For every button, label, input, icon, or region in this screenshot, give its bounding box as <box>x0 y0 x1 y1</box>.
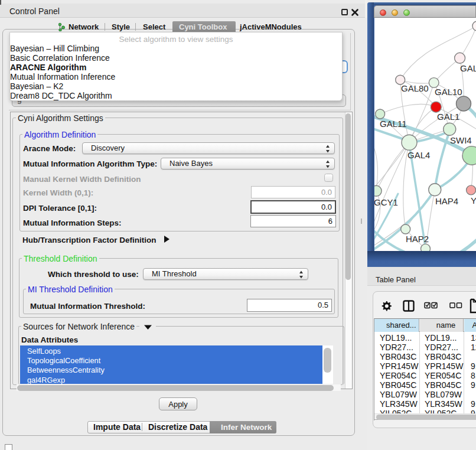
svg-text:GAL11: GAL11 <box>380 119 407 129</box>
svg-text:HAP2: HAP2 <box>406 234 429 244</box>
svg-text:GCY1: GCY1 <box>374 197 398 207</box>
svg-text:GAL7: GAL7 <box>460 63 476 73</box>
svg-text:YM: YM <box>471 195 476 206</box>
svg-text:GAL1: GAL1 <box>437 112 459 122</box>
svg-text:HAP4: HAP4 <box>435 196 458 206</box>
svg-text:SWI4: SWI4 <box>450 135 472 145</box>
svg-text:GAL10: GAL10 <box>435 87 462 97</box>
svg-text:GAL80: GAL80 <box>401 83 429 93</box>
svg-text:GAL4: GAL4 <box>407 150 430 160</box>
